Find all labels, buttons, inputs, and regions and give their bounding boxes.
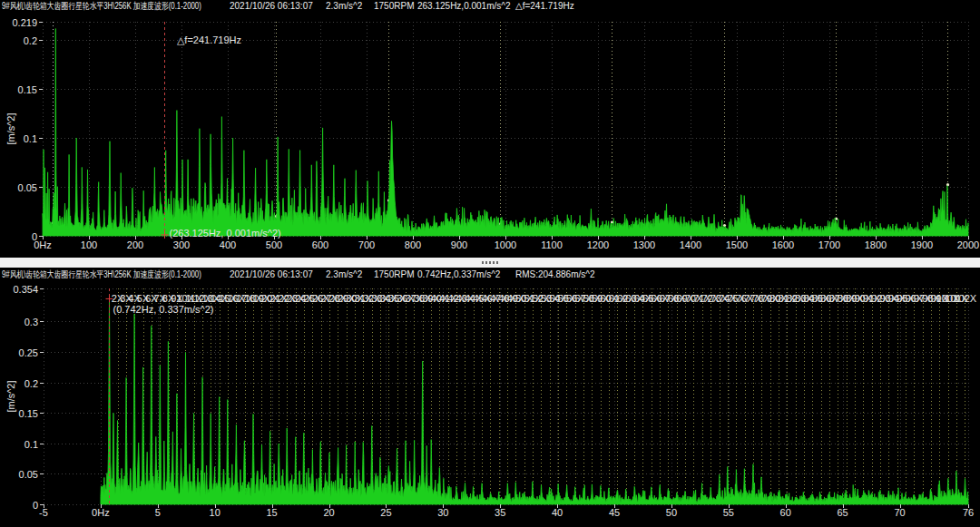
y-tick-label: 0.05 — [18, 182, 37, 193]
y-tick-label: 0.25 — [19, 347, 38, 358]
x-tick-label: 2000 — [957, 239, 979, 250]
y-tick-label: 0.15 — [18, 84, 37, 95]
x-tick-label: 35 — [495, 507, 505, 518]
x-tick-label: 1000 — [495, 239, 516, 250]
splitter-grip-icon — [482, 261, 499, 264]
x-tick-label: 100 — [81, 239, 97, 250]
top-overall-amplitude: 2.3m/s^2 — [326, 0, 362, 12]
x-tick-label: 50 — [666, 507, 677, 518]
y-tick-label: 0.2 — [24, 35, 37, 46]
bottom-rms-readout: RMS:204.886m/s^2 — [515, 268, 595, 280]
x-tick-label: 200 — [127, 239, 143, 250]
x-tick-label: 15 — [266, 507, 277, 518]
y-tick-label: 0.1 — [24, 439, 38, 450]
harmonic-peak-marker — [946, 183, 949, 186]
x-tick-label: 400 — [220, 239, 236, 250]
grid — [44, 288, 969, 505]
cursor-value-label: (0.742Hz, 0.337m/s^2) — [113, 304, 214, 315]
x-tick-label: 30 — [437, 507, 448, 518]
x-tick-label: 600 — [312, 239, 328, 250]
y-tick-label: 0.3 — [24, 317, 38, 327]
axes: 0Hz1002003004005006007008009001000110012… — [5, 17, 979, 251]
pane-splitter[interactable] — [0, 258, 980, 268]
x-tick-label: 1700 — [818, 239, 840, 250]
y-tick-label: 0 — [32, 231, 37, 242]
top-timestamp: 2021/10/26 06:13:07 — [230, 0, 313, 12]
harmonic-labels: 2X3X4X5X6X7X8X9X10X11X12X13X14X15X16X17X… — [112, 293, 977, 304]
harmonic-cursor-lines — [52, 22, 949, 236]
bottom-timestamp: 2021/10/26 06:13:07 — [230, 268, 313, 280]
x-tick-label: 1500 — [726, 239, 748, 250]
chart-zoom-spectrum: 2X3X4X5X6X7X8X9X10X11X12X13X14X15X16X17X… — [5, 284, 977, 519]
x-tick-label: 60 — [780, 507, 791, 518]
x-tick-label: 500 — [266, 239, 282, 250]
x-tick-label: 900 — [451, 239, 467, 250]
y-tick-label: 0 — [33, 500, 38, 511]
x-tick-label: 1900 — [911, 239, 933, 250]
x-tick-label: 1800 — [865, 239, 887, 250]
svg-text:102X: 102X — [953, 293, 976, 304]
x-tick-label: 0Hz — [92, 507, 110, 518]
x-tick-label: 65 — [837, 507, 848, 518]
x-tick-label: 1200 — [587, 239, 609, 250]
y-tick-label: 0.05 — [19, 469, 38, 480]
cursor-value-label: (263.125Hz, 0.001m/s^2) — [170, 228, 281, 239]
x-tick-label: 25 — [380, 507, 391, 518]
top-cursor-readout: 263.125Hz,0.001m/s^2 — [417, 0, 511, 12]
x-tick-label: 1300 — [633, 239, 655, 250]
x-tick-label: 700 — [358, 239, 375, 250]
bottom-cursor-readout: 0.742Hz,0.337m/s^2 — [417, 268, 500, 280]
x-tick-label: -5 — [39, 507, 48, 518]
x-tick-label: 10 — [210, 507, 220, 518]
x-tick-label: 40 — [552, 507, 563, 518]
x-tick-label: 70 — [894, 507, 905, 518]
y-tick-label: 0.354 — [13, 284, 38, 295]
x-tick-label: 800 — [405, 239, 421, 250]
x-tick-label: 1400 — [680, 239, 701, 250]
y-tick-label: 0.1 — [24, 133, 37, 144]
x-tick-label: 1600 — [772, 239, 794, 250]
delta-f-annotation: △f=241.719Hz — [177, 34, 241, 45]
bottom-rpm-readout: 1750RPM — [374, 268, 414, 280]
bottom-measurement-point-title: 9#风机\齿轮箱大齿圈行星轮水平3H\256K 加速度波形(0.1-2000) — [2, 268, 201, 280]
y-tick-label: 0.219 — [12, 17, 37, 28]
x-tick-label: 76 — [963, 507, 974, 518]
top-rpm-readout: 1750RPM — [374, 0, 414, 12]
x-tick-label: 1100 — [541, 239, 563, 250]
top-measurement-point-title: 9#风机\齿轮箱大齿圈行星轮水平3H\256K 加速度波形(0.1-2000) — [2, 0, 201, 12]
vibration-analyzer-screen: 0Hz1002003004005006007008009001000110012… — [0, 0, 980, 527]
y-tick-label: 0.15 — [19, 408, 38, 419]
bottom-pane-header: 9#风机\齿轮箱大齿圈行星轮水平3H\256K 加速度波形(0.1-2000) … — [0, 268, 980, 281]
chart-full-spectrum: 0Hz1002003004005006007008009001000110012… — [5, 17, 979, 251]
y-axis-unit-label: [m/s^2] — [5, 112, 16, 144]
y-axis-unit-label: [m/s^2] — [5, 380, 16, 412]
top-delta-f-readout: △f=241.719Hz — [515, 0, 574, 12]
top-pane-header: 9#风机\齿轮箱大齿圈行星轮水平3H\256K 加速度波形(0.1-2000) … — [0, 0, 980, 13]
x-tick-label: 300 — [173, 239, 190, 250]
x-tick-label: 5 — [155, 507, 161, 518]
x-tick-label: 55 — [723, 507, 734, 518]
x-tick-label: 20 — [323, 507, 334, 518]
bottom-overall-amplitude: 2.3m/s^2 — [326, 268, 362, 280]
x-tick-label: 45 — [609, 507, 620, 518]
spectrum-trace — [43, 29, 968, 237]
y-tick-label: 0.2 — [24, 378, 38, 389]
